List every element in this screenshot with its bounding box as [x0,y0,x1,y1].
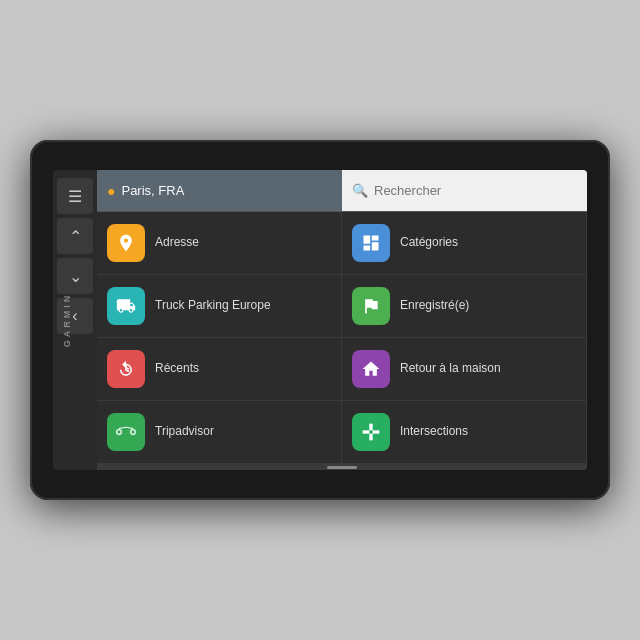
enregistre-label: Enregistré(e) [400,298,469,314]
search-icon: 🔍 [352,183,368,198]
top-bar: ● Paris, FRA 🔍 [97,170,587,212]
truck-parking-label: Truck Parking Europe [155,298,271,314]
menu-item-tripadvisor[interactable]: Tripadvisor [97,401,342,464]
retour-maison-icon [352,350,390,388]
search-input[interactable] [374,183,577,198]
search-bar[interactable]: 🔍 [342,170,587,211]
menu-item-truck-parking[interactable]: Truck Parking Europe [97,275,342,338]
garmin-device: GARMIN ☰ ⌃ ⌄ ‹ ● Paris, FRA 🔍 [30,140,610,500]
menu-icon: ☰ [68,187,82,206]
recents-icon [107,350,145,388]
down-button[interactable]: ⌄ [57,258,93,294]
menu-item-retour-maison[interactable]: Retour à la maison [342,338,587,401]
scroll-indicator [97,464,587,470]
categories-label: Catégories [400,235,458,251]
intersections-label: Intersections [400,424,468,440]
up-button[interactable]: ⌃ [57,218,93,254]
up-icon: ⌃ [69,227,82,246]
menu-item-recents[interactable]: Récents [97,338,342,401]
intersections-icon [352,413,390,451]
retour-maison-label: Retour à la maison [400,361,501,377]
menu-grid: Adresse Catégories Truck Parking Europe … [97,212,587,464]
recents-label: Récents [155,361,199,377]
svg-rect-6 [369,430,372,433]
location-text: Paris, FRA [121,183,184,198]
sidebar: ☰ ⌃ ⌄ ‹ [53,170,97,470]
menu-button[interactable]: ☰ [57,178,93,214]
svg-point-1 [117,430,121,434]
categories-icon [352,224,390,262]
menu-item-enregistre[interactable]: Enregistré(e) [342,275,587,338]
scroll-dot [327,466,357,469]
back-icon: ‹ [72,307,77,325]
adresse-label: Adresse [155,235,199,251]
location-bar[interactable]: ● Paris, FRA [97,170,342,211]
tripadvisor-label: Tripadvisor [155,424,214,440]
down-icon: ⌄ [69,267,82,286]
screen: ● Paris, FRA 🔍 Adresse Catégories [97,170,587,470]
menu-item-adresse[interactable]: Adresse [97,212,342,275]
location-pin-icon: ● [107,183,115,199]
tripadvisor-icon [107,413,145,451]
menu-item-categories[interactable]: Catégories [342,212,587,275]
brand-label: GARMIN [62,293,72,348]
menu-item-intersections[interactable]: Intersections [342,401,587,464]
adresse-icon [107,224,145,262]
svg-point-3 [131,430,135,434]
enregistre-icon [352,287,390,325]
truck-parking-icon [107,287,145,325]
